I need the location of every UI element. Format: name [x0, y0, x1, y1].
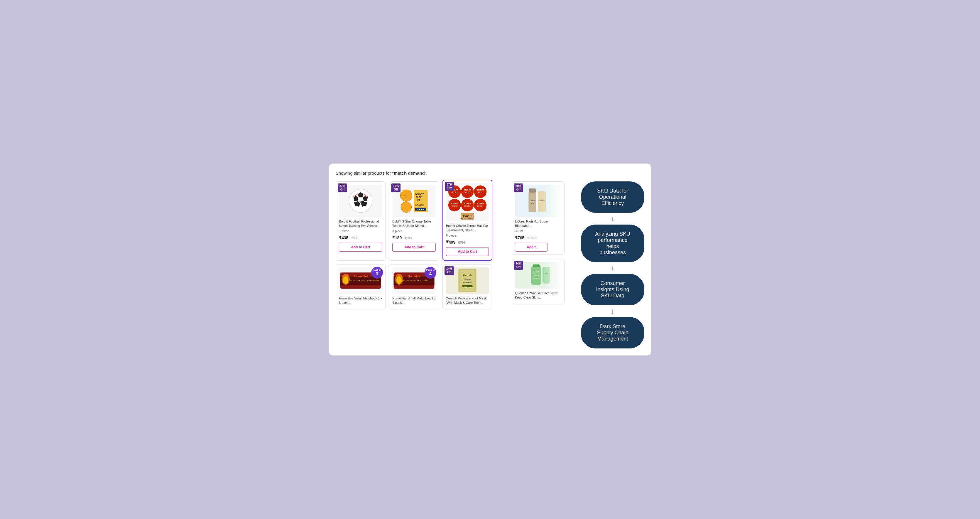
original-price-cricket: ₹700 — [458, 241, 465, 244]
product-card-quench-detox: 14%Off Quench Detox Gel Face Wash Quench — [512, 259, 565, 304]
svg-text:FIT: FIT — [360, 201, 364, 204]
flow-arrow-3: ↓ — [611, 305, 614, 317]
product-price-cricket: ₹499 ₹700 — [446, 240, 489, 245]
svg-text:Off Quench: Off Quench — [464, 286, 471, 288]
product-qty-cricket: 6 piece — [446, 234, 489, 237]
product-card-tennis: 36%Off BOLDFIT FLEX 40 ORANGE 3 ★★★ — [389, 181, 439, 261]
add-to-cart-loreal[interactable]: Add t — [515, 243, 547, 252]
current-price-tennis: ₹189 — [392, 236, 402, 240]
products-grid: 37%Off — [336, 181, 506, 349]
product-name-quench-foot: Quench Pedicure Foot Mask (With Mask & C… — [446, 296, 489, 305]
svg-text:FLEX: FLEX — [416, 196, 422, 199]
svg-text:3 ★★★: 3 ★★★ — [417, 209, 424, 210]
svg-text:ORANGE: ORANGE — [415, 204, 424, 206]
current-price-cricket: ₹499 — [446, 240, 455, 245]
product-name-football: Boldfit Football Professional Match Trai… — [339, 219, 382, 228]
pack-badge-4: Pack of 4 — [425, 267, 436, 279]
discount-badge-quench-foot: 14%Off — [444, 266, 454, 275]
svg-text:PARIS: PARIS — [531, 202, 534, 204]
svg-text:BOLDFIT: BOLDFIT — [415, 193, 424, 195]
svg-text:BOLDFIT: BOLDFIT — [399, 195, 406, 197]
flow-diagram: SKU Data for Operational Efficiency ↓ An… — [581, 181, 644, 349]
product-card-homelites3: Pack of 3 Homelite ULTRA LONG, ULTRA STR… — [336, 264, 385, 309]
product-price-football: ₹435 ₹600 — [339, 235, 382, 240]
product-card-football: 37%Off — [336, 181, 385, 261]
svg-text:CRICKET: CRICKET — [452, 205, 458, 207]
svg-text:CRICKET: CRICKET — [452, 192, 458, 193]
discount-badge-tennis: 36%Off — [391, 183, 401, 192]
loreal-partial-overlay — [543, 182, 564, 255]
pack-badge-3: Pack of 3 — [371, 267, 383, 279]
svg-text:Foot Mask: Foot Mask — [463, 282, 472, 283]
svg-text:Pedicure: Pedicure — [464, 278, 471, 280]
svg-point-49 — [343, 276, 348, 284]
svg-text:BOLDFIT: BOLDFIT — [464, 202, 471, 204]
discount-badge-quench-detox: 14%Off — [514, 261, 523, 270]
flow-box-1: SKU Data for Operational Efficiency — [581, 181, 644, 213]
main-container: Showing similar products for "match dema… — [329, 164, 651, 355]
svg-text:Face Wash: Face Wash — [533, 278, 539, 279]
svg-text:BOLDFIT: BOLDFIT — [464, 189, 471, 191]
flow-box-4: Dark Store Supply Chain Management — [581, 317, 644, 349]
flow-box-3: Consumer Insights Using SKU Data — [581, 274, 644, 305]
product-qty-football: 1 piece — [339, 229, 382, 233]
svg-text:40: 40 — [417, 199, 420, 201]
grid-row-1: 37%Off — [336, 181, 506, 261]
product-card-loreal: 30%Off L'OREAL PARIS L'OREAL L'Oreal Par — [512, 181, 565, 255]
right-section: 30%Off L'OREAL PARIS L'OREAL L'Oreal Par — [512, 181, 644, 349]
flow-arrow-2: ↓ — [611, 262, 614, 274]
discount-badge-football: 37%Off — [338, 183, 347, 192]
discount-badge-loreal: 30%Off — [514, 183, 523, 192]
partial-products: 30%Off L'OREAL PARIS L'OREAL L'Oreal Par — [512, 181, 570, 349]
svg-text:CRICKET: CRICKET — [477, 205, 483, 207]
product-name-cricket: Boldfit Cricket Tennis Ball For Tourname… — [446, 224, 489, 233]
svg-text:CRICKET TANG SALT: CRICKET TANG SALT — [460, 218, 475, 219]
flow-box-2: Analyzing SKU performance helps business… — [581, 224, 644, 262]
header-text: Showing similar products for "match dema… — [336, 170, 644, 175]
product-card-homelites4: Pack of 4 Homelite ULTRA LONG, ULTRA STR… — [389, 264, 439, 309]
svg-text:BOLDFIT: BOLDFIT — [463, 215, 472, 217]
svg-point-55 — [396, 276, 402, 284]
product-card-quench-foot: 14%Off Quench Pedicure Foot Mask Off Que… — [442, 264, 492, 309]
quench-detox-overlay — [543, 259, 564, 304]
svg-text:Homelite: Homelite — [355, 275, 367, 278]
product-name-homelites3: Homelites Small Matchbox 1 x 3 pack... — [339, 296, 382, 305]
original-price-loreal: ₹1000 — [527, 236, 536, 240]
svg-text:BOLDFIT: BOLDFIT — [451, 202, 458, 204]
svg-point-20 — [401, 202, 412, 213]
original-price-football: ₹600 — [351, 236, 358, 240]
add-to-cart-tennis[interactable]: Add to Cart — [392, 243, 436, 252]
search-query: match demand — [394, 170, 425, 175]
svg-text:Quench: Quench — [533, 271, 539, 273]
svg-text:Homelite: Homelite — [408, 275, 420, 278]
product-qty-tennis: 3 piece — [392, 229, 436, 233]
discount-badge-cricket: 37%Off — [445, 182, 454, 191]
product-card-cricket: 37%Off BOLDFIT CRICKET BOLDFIT CRICKET — [442, 180, 492, 261]
svg-text:CRICKET: CRICKET — [464, 205, 470, 207]
product-name-tennis: Boldfit 3-Star Orange Table Tennis Balls… — [392, 219, 436, 228]
flow-arrow-1: ↓ — [611, 213, 614, 224]
svg-rect-63 — [528, 191, 536, 212]
product-name-homelites4: Homelites Small Matchbox 1 x 4 pack... — [392, 296, 436, 305]
add-to-cart-football[interactable]: Add to Cart — [339, 243, 382, 252]
current-price-football: ₹435 — [339, 236, 348, 240]
content-area: 37%Off — [336, 181, 644, 349]
original-price-tennis: ₹200 — [404, 236, 412, 240]
svg-rect-64 — [529, 188, 536, 193]
product-price-tennis: ₹189 ₹200 — [392, 235, 436, 240]
svg-text:CRICKET: CRICKET — [477, 192, 483, 193]
svg-text:BOLDFIT: BOLDFIT — [477, 202, 484, 204]
current-price-loreal: ₹765 — [515, 236, 524, 240]
add-to-cart-cricket[interactable]: Add to Cart — [446, 247, 489, 256]
svg-text:Detox Gel: Detox Gel — [533, 275, 539, 277]
grid-row-2: Pack of 3 Homelite ULTRA LONG, ULTRA STR… — [336, 264, 506, 309]
svg-text:Quench: Quench — [463, 274, 471, 277]
svg-rect-70 — [533, 264, 539, 267]
svg-text:BOLDFIT: BOLDFIT — [477, 189, 484, 191]
svg-text:L'OREAL: L'OREAL — [529, 200, 535, 201]
svg-text:CRICKET: CRICKET — [464, 192, 470, 193]
